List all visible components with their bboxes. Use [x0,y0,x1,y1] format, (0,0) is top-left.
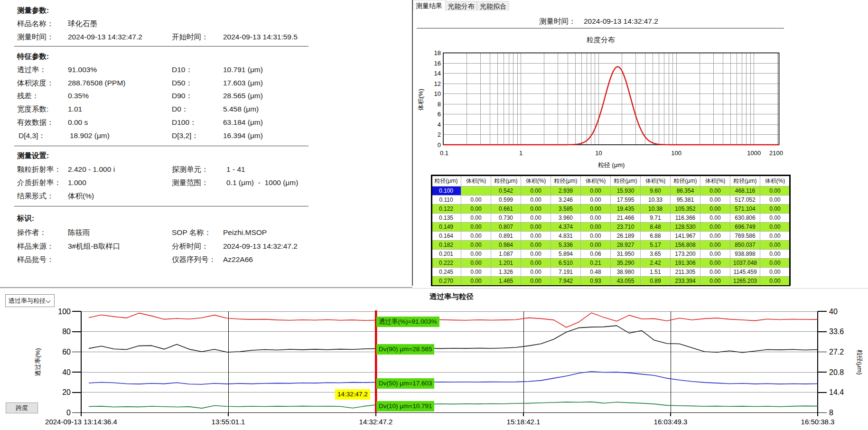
svg-text:40: 40 [62,368,71,376]
svg-text:14:32:47.2: 14:32:47.2 [359,418,393,426]
svg-text:16:50:38.3: 16:50:38.3 [801,418,835,426]
svg-text:80: 80 [62,327,71,336]
svg-text:透过率(%): 透过率(%) [34,348,41,376]
svg-text:粒径(μm): 粒径(μm) [856,350,863,375]
svg-text:27.2: 27.2 [829,348,844,356]
svg-text:13:55:01.1: 13:55:01.1 [212,418,245,426]
svg-text:15:18:42.1: 15:18:42.1 [507,418,541,426]
svg-text:60: 60 [62,348,71,356]
svg-text:20: 20 [62,388,71,396]
svg-text:2024-09-13 13:14:36.4: 2024-09-13 13:14:36.4 [45,418,117,426]
svg-text:14.4: 14.4 [829,388,844,396]
svg-text:16:03:49.3: 16:03:49.3 [654,418,688,426]
svg-text:20.8: 20.8 [829,368,844,376]
svg-text:0: 0 [66,409,71,417]
svg-text:100: 100 [58,308,71,316]
svg-text:40: 40 [829,308,838,316]
svg-text:33.6: 33.6 [829,327,844,336]
svg-text:8: 8 [829,409,833,417]
